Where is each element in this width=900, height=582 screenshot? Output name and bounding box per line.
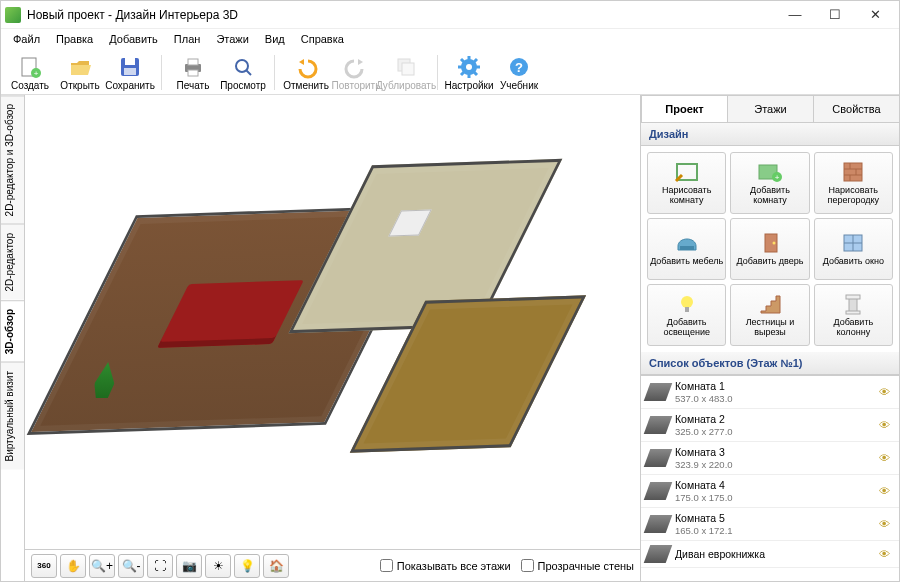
menu-правка[interactable]: Правка [48,31,101,47]
add-column-button[interactable]: Добавить колонну [814,284,893,346]
object-name: Комната 1 [675,380,879,393]
svg-rect-21 [680,246,694,250]
vtab-virtual[interactable]: Виртуальный визит [1,362,24,470]
maximize-button[interactable]: ☐ [815,2,855,28]
duplicate-button: Дублировать [381,53,431,93]
zoom-out-icon: 🔍- [122,559,141,573]
object-item[interactable]: Комната 4175.0 x 175.0👁 [641,475,899,508]
object-item[interactable]: Диван еврокнижка👁 [641,541,899,568]
redo-icon [344,55,368,79]
svg-text:?: ? [515,60,523,75]
add-furniture-button[interactable]: Добавить мебель [647,218,726,280]
open-button[interactable]: Открыть [55,53,105,93]
draw-partition-button[interactable]: Нарисовать перегородку [814,152,893,214]
vtab-combo[interactable]: 2D-редактор и 3D-обзор [1,95,24,224]
3d-viewport[interactable] [25,95,640,549]
view-zoom-in-button[interactable]: 🔍+ [89,554,115,578]
vtab-editor2d[interactable]: 2D-редактор [1,224,24,300]
object-list[interactable]: Комната 1537.0 x 483.0👁Комната 2325.0 x … [641,375,899,581]
rotate-360-icon: 360 [37,561,50,570]
view-home-button[interactable]: 🏠 [263,554,289,578]
view-check2[interactable]: Прозрачные стены [521,559,634,572]
view-screenshot-button[interactable]: 📷 [176,554,202,578]
design-btn-label: Добавить колонну [817,318,890,338]
view-mode-tabs: 2D-редактор и 3D-обзор2D-редактор3D-обзо… [1,95,25,581]
toolbar-label: Сохранить [105,80,155,91]
view-zoom-fit-button[interactable]: ⛶ [147,554,173,578]
titlebar: Новый проект - Дизайн Интерьера 3D — ☐ ✕ [1,1,899,29]
add-room-button[interactable]: +Добавить комнату [730,152,809,214]
draw-room-button[interactable]: Нарисовать комнату [647,152,726,214]
view-sun-button[interactable]: ☀ [205,554,231,578]
menu-файл[interactable]: Файл [5,31,48,47]
svg-text:+: + [34,69,39,78]
create-button[interactable]: +Создать [5,53,55,93]
object-item[interactable]: Комната 2325.0 x 277.0👁 [641,409,899,442]
svg-rect-7 [188,59,198,65]
check1-checkbox[interactable] [380,559,393,572]
design-btn-label: Нарисовать перегородку [817,186,890,206]
toolbar-label: Печать [177,80,210,91]
object-item[interactable]: Комната 3323.9 x 220.0👁 [641,442,899,475]
save-button[interactable]: Сохранить [105,53,155,93]
menu-вид[interactable]: Вид [257,31,293,47]
add-window-icon [839,231,867,255]
add-door-icon [756,231,784,255]
menu-добавить[interactable]: Добавить [101,31,166,47]
visibility-toggle-icon[interactable]: 👁 [879,419,893,431]
add-lighting-icon [673,292,701,316]
design-btn-label: Лестницы и вырезы [733,318,806,338]
view-zoom-out-button[interactable]: 🔍- [118,554,144,578]
print-button[interactable]: Печать [168,53,218,93]
app-icon [5,7,21,23]
object-icon [644,515,673,533]
minimize-button[interactable]: — [775,2,815,28]
preview-button[interactable]: Просмотр [218,53,268,93]
visibility-toggle-icon[interactable]: 👁 [879,548,893,560]
visibility-toggle-icon[interactable]: 👁 [879,518,893,530]
panel-tab-проект[interactable]: Проект [641,95,728,122]
add-door-button[interactable]: Добавить дверь [730,218,809,280]
check2-checkbox[interactable] [521,559,534,572]
stairs-button[interactable]: Лестницы и вырезы [730,284,809,346]
check1-label: Показывать все этажи [397,560,511,572]
vtab-view3d[interactable]: 3D-обзор [1,300,24,362]
view-bulb-button[interactable]: 💡 [234,554,260,578]
object-name: Комната 4 [675,479,879,492]
object-dimensions: 165.0 x 172.1 [675,525,879,536]
settings-button[interactable]: Настройки [444,53,494,93]
svg-rect-27 [849,298,857,312]
close-button[interactable]: ✕ [855,2,895,28]
window-title: Новый проект - Дизайн Интерьера 3D [27,8,775,22]
object-name: Комната 5 [675,512,879,525]
panel-tab-свойства[interactable]: Свойства [813,95,899,122]
right-panel: ПроектЭтажиСвойства Дизайн Нарисовать ко… [641,95,899,581]
menu-справка[interactable]: Справка [293,31,352,47]
visibility-toggle-icon[interactable]: 👁 [879,452,893,464]
add-lighting-button[interactable]: Добавить освещение [647,284,726,346]
view-360-button[interactable]: 360 [31,554,57,578]
object-item[interactable]: Комната 5165.0 x 172.1👁 [641,508,899,541]
svg-rect-8 [188,70,198,76]
object-item[interactable]: Комната 1537.0 x 483.0👁 [641,376,899,409]
save-icon [118,55,142,79]
visibility-toggle-icon[interactable]: 👁 [879,485,893,497]
view-pan-button[interactable]: ✋ [60,554,86,578]
panel-tab-этажи[interactable]: Этажи [727,95,814,122]
svg-rect-28 [846,295,860,299]
add-window-button[interactable]: Добавить окно [814,218,893,280]
visibility-toggle-icon[interactable]: 👁 [879,386,893,398]
create-icon: + [18,55,42,79]
view-check1[interactable]: Показывать все этажи [380,559,511,572]
add-furniture-icon [673,231,701,255]
pan-icon: ✋ [66,559,81,573]
undo-button[interactable]: Отменить [281,53,331,93]
duplicate-icon [394,55,418,79]
tutorial-button[interactable]: ?Учебник [494,53,544,93]
main-area: 2D-редактор и 3D-обзор2D-редактор3D-обзо… [1,95,899,581]
object-dimensions: 175.0 x 175.0 [675,492,879,503]
svg-rect-11 [402,63,414,75]
menu-этажи[interactable]: Этажи [208,31,256,47]
menu-план[interactable]: План [166,31,209,47]
object-dimensions: 537.0 x 483.0 [675,393,879,404]
